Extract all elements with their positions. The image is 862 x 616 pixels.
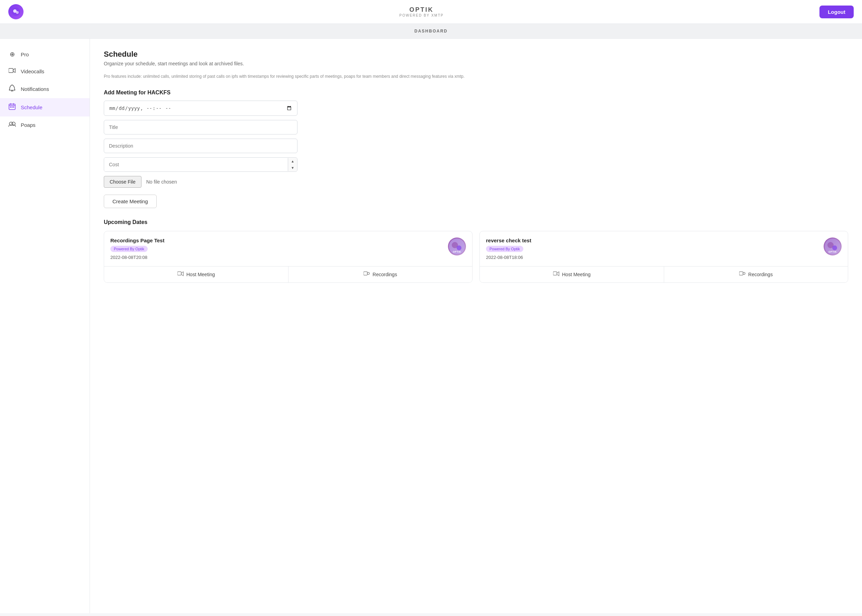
upcoming-title: Upcoming Dates (104, 219, 848, 225)
meeting-date-0: 2022-08-08T20:08 (110, 255, 164, 260)
recordings-button-0[interactable]: Recordings (288, 267, 472, 283)
schedule-icon (8, 103, 16, 112)
meeting-badge-1: Powered By Optik (486, 246, 523, 252)
dashboard-bar: DASHBOARD (0, 24, 862, 39)
meeting-card-footer-1: Host Meeting Recordings (480, 266, 848, 283)
sidebar-label-videocalls: Videocalls (21, 68, 44, 74)
choose-file-button[interactable]: Choose File (104, 176, 142, 188)
cost-input[interactable] (104, 158, 288, 171)
sidebar-item-pro[interactable]: ⊕ Pro (0, 46, 90, 63)
meeting-card-footer-0: Host Meeting Recordings (104, 266, 472, 283)
description-input[interactable] (104, 138, 298, 153)
recordings-icon-0 (364, 271, 370, 278)
meetings-grid: Recordings Page Test Powered By Optik 20… (104, 231, 848, 283)
meeting-avatar-1: OPTIK (824, 237, 842, 255)
poaps-icon (8, 121, 16, 129)
recordings-icon-1 (739, 271, 745, 278)
pro-features-text: Pro features include: unlimited calls, u… (104, 73, 848, 80)
recordings-button-1[interactable]: Recordings (664, 267, 848, 283)
app-title-area: OPTIK POWERED BY XMTP (24, 6, 819, 17)
sidebar-label-schedule: Schedule (21, 104, 43, 110)
svg-rect-3 (9, 68, 13, 72)
host-meeting-button-1[interactable]: Host Meeting (480, 267, 664, 283)
svg-rect-6 (10, 107, 11, 107)
description-field-group (104, 138, 848, 153)
dashboard-label: DASHBOARD (414, 29, 448, 33)
svg-rect-8 (13, 107, 14, 107)
meeting-info-0: Recordings Page Test Powered By Optik 20… (110, 237, 164, 260)
meeting-card-0: Recordings Page Test Powered By Optik 20… (104, 231, 473, 283)
app-title: OPTIK (24, 6, 819, 14)
header: OPTIK POWERED BY XMTP Logout (0, 0, 862, 24)
sidebar-item-videocalls[interactable]: Videocalls (0, 63, 90, 80)
svg-rect-23 (739, 272, 743, 275)
svg-text:OPTIK: OPTIK (453, 251, 461, 253)
host-icon-1 (553, 271, 559, 278)
title-input[interactable] (104, 120, 298, 135)
title-field-group (104, 120, 848, 135)
form-section-title: Add Meeting for HACKFS (104, 90, 848, 96)
svg-point-13 (457, 245, 462, 250)
recordings-label-0: Recordings (372, 272, 397, 277)
pro-icon: ⊕ (8, 50, 16, 58)
meeting-form: Add Meeting for HACKFS ▲ ▼ (104, 90, 848, 219)
svg-rect-15 (178, 272, 181, 275)
date-input[interactable] (104, 101, 298, 116)
host-meeting-button-0[interactable]: Host Meeting (104, 267, 288, 283)
meeting-name-1: reverse check test (486, 237, 531, 244)
cost-spinners: ▲ ▼ (288, 158, 297, 171)
date-field-group (104, 101, 848, 116)
meeting-info-1: reverse check test Powered By Optik 2022… (486, 237, 531, 260)
videocalls-icon (8, 68, 16, 75)
svg-rect-22 (553, 272, 557, 275)
sidebar-label-poaps: Poaps (21, 122, 36, 128)
app-subtitle: POWERED BY XMTP (24, 14, 819, 17)
meeting-card-body-1: reverse check test Powered By Optik 2022… (480, 231, 848, 266)
page-title: Schedule (104, 50, 848, 59)
logout-button[interactable]: Logout (819, 6, 854, 18)
svg-rect-7 (12, 107, 13, 107)
svg-point-4 (11, 91, 13, 92)
meeting-badge-0: Powered By Optik (110, 246, 148, 252)
sidebar-item-poaps[interactable]: Poaps (0, 116, 90, 134)
page-subtitle: Organize your schedule, start meetings a… (104, 61, 848, 66)
cost-input-wrapper: ▲ ▼ (104, 157, 298, 172)
svg-rect-16 (364, 272, 367, 275)
svg-point-24 (743, 272, 745, 275)
cost-down-button[interactable]: ▼ (288, 165, 297, 171)
sidebar-item-notifications[interactable]: Notifications (0, 80, 90, 98)
svg-text:OPTIK: OPTIK (829, 251, 837, 253)
sidebar-label-pro: Pro (21, 52, 29, 57)
notifications-icon (8, 85, 16, 93)
host-icon-0 (178, 271, 184, 278)
main-content: Schedule Organize your schedule, start m… (90, 39, 862, 613)
host-meeting-label-0: Host Meeting (186, 272, 215, 277)
svg-point-20 (832, 245, 837, 250)
sidebar: ⊕ Pro Videocalls Notifications (0, 39, 90, 613)
meeting-avatar-0: OPTIK (448, 237, 466, 255)
logo-area (8, 4, 24, 19)
host-meeting-label-1: Host Meeting (562, 272, 591, 277)
sidebar-item-schedule[interactable]: Schedule (0, 98, 90, 116)
file-input-row: Choose File No file chosen (104, 176, 848, 188)
meeting-card-1: reverse check test Powered By Optik 2022… (479, 231, 848, 283)
cost-field-group: ▲ ▼ (104, 157, 848, 172)
create-meeting-button[interactable]: Create Meeting (104, 195, 157, 208)
recordings-label-1: Recordings (748, 272, 773, 277)
logo-avatar (8, 4, 24, 19)
cost-up-button[interactable]: ▲ (288, 158, 297, 165)
meeting-date-1: 2022-08-08T18:06 (486, 255, 531, 260)
layout: ⊕ Pro Videocalls Notifications (0, 39, 862, 613)
no-file-text: No file chosen (146, 179, 177, 185)
svg-point-17 (367, 272, 369, 275)
meeting-name-0: Recordings Page Test (110, 237, 164, 244)
svg-point-2 (16, 11, 19, 14)
meeting-card-body-0: Recordings Page Test Powered By Optik 20… (104, 231, 472, 266)
sidebar-label-notifications: Notifications (21, 86, 49, 92)
